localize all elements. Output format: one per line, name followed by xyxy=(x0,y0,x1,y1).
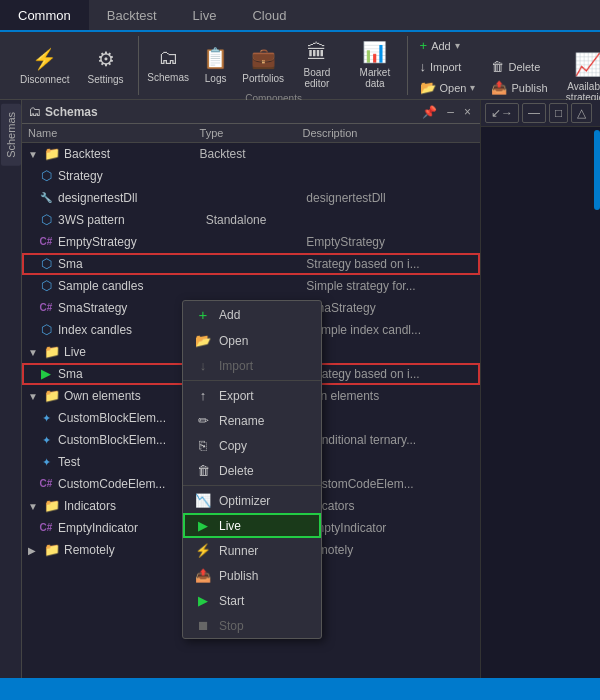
add-label: Add xyxy=(431,40,451,52)
test-label: Test xyxy=(58,455,80,469)
tree-row-emptystrategy[interactable]: C# EmptyStrategy EmptyStrategy xyxy=(22,231,480,253)
ctx-copy-item[interactable]: ⎘ Copy xyxy=(183,433,321,458)
ctx-runner-label: Runner xyxy=(219,544,258,558)
settings-button[interactable]: ⚙ Settings xyxy=(79,43,131,89)
ctx-delete-item[interactable]: 🗑 Delete xyxy=(183,458,321,483)
smastrategy-label: SmaStrategy xyxy=(58,301,127,315)
play-icon: ▶ xyxy=(38,366,54,382)
ctx-separator-2 xyxy=(183,485,321,486)
expand-indicators-icon: ▼ xyxy=(28,501,38,512)
expand-remotely-icon: ▶ xyxy=(28,545,38,556)
canvas-scrollbar-thumb[interactable] xyxy=(594,130,600,210)
panel-minimize-button[interactable]: – xyxy=(444,105,457,119)
market-data-button[interactable]: 📊 Market data xyxy=(347,36,402,93)
ctx-live-item[interactable]: ▶ Live xyxy=(183,513,321,538)
ctx-publish-item[interactable]: 📤 Publish xyxy=(183,563,321,588)
canvas-tool-rect[interactable]: □ xyxy=(549,103,568,123)
strategy-icon: ⬡ xyxy=(38,168,54,184)
logs-button[interactable]: 📋 Logs xyxy=(194,42,238,88)
context-menu: + Add 📂 Open ↓ Import ↑ Export ✏ Rename … xyxy=(182,300,322,639)
sma-label: Sma xyxy=(58,257,83,271)
designertestdll-label: designertestDll xyxy=(58,191,137,205)
main-area: Schemas 🗂 Schemas 📌 – × Name Type Descri… xyxy=(0,100,600,678)
ctx-start-item[interactable]: ▶ Start xyxy=(183,588,321,613)
panel-titlebar: 🗂 Schemas 📌 – × xyxy=(22,100,480,124)
available-strategies-icon: 📈 xyxy=(574,52,600,78)
settings-label: Settings xyxy=(87,74,123,85)
ctx-import-item: ↓ Import xyxy=(183,353,321,378)
ctx-open-label: Open xyxy=(219,334,248,348)
tab-live[interactable]: Live xyxy=(175,0,235,30)
ctx-live-icon: ▶ xyxy=(195,518,211,533)
toolbar: ⚡ Disconnect ⚙ Settings 🗂 Schemas 📋 Logs… xyxy=(0,32,600,100)
open-arrow-icon: ▾ xyxy=(470,82,475,93)
sma-icon: ⬡ xyxy=(38,256,54,272)
publish-label: Publish xyxy=(511,82,547,94)
ctx-open-item[interactable]: 📂 Open xyxy=(183,328,321,353)
ctx-rename-item[interactable]: ✏ Rename xyxy=(183,408,321,433)
indicators-folder-icon: 📁 xyxy=(44,498,60,514)
open-label: Open xyxy=(440,82,467,94)
strategies-small-buttons2: 🗑 Delete 📤 Publish xyxy=(485,57,553,97)
ctx-export-item[interactable]: ↑ Export xyxy=(183,383,321,408)
index-candles-icon: ⬡ xyxy=(38,322,54,338)
indicators-label: Indicators xyxy=(64,499,116,513)
toolbar-group-components: 🗂 Schemas 📋 Logs 💼 Portfolios 🏛 Board ed… xyxy=(141,36,408,95)
ctx-stop-item: ⏹ Stop xyxy=(183,613,321,638)
portfolios-button[interactable]: 💼 Portfolios xyxy=(240,42,287,88)
panel-close-button[interactable]: × xyxy=(461,105,474,119)
panel-pin-button[interactable]: 📌 xyxy=(419,105,440,119)
import-button[interactable]: ↓ Import xyxy=(414,57,482,76)
board-editor-label: Board editor xyxy=(297,67,338,89)
canvas-tool-line[interactable]: — xyxy=(522,103,546,123)
tree-row-designertestdll[interactable]: 🔧 designertestDll designertestDll xyxy=(22,187,480,209)
panel-title: Schemas xyxy=(45,105,415,119)
schemas-button[interactable]: 🗂 Schemas xyxy=(145,42,192,87)
board-editor-button[interactable]: 🏛 Board editor xyxy=(289,37,346,93)
canvas-tool-triangle[interactable]: △ xyxy=(571,103,592,123)
publish-button[interactable]: 📤 Publish xyxy=(485,78,553,97)
ctx-delete-icon: 🗑 xyxy=(195,463,211,478)
components-buttons: 🗂 Schemas 📋 Logs 💼 Portfolios 🏛 Board ed… xyxy=(145,36,403,93)
import-label: Import xyxy=(430,61,461,73)
logs-label: Logs xyxy=(205,73,227,84)
tree-row-sample-candles[interactable]: ⬡ Sample candles Simple strategy for... xyxy=(22,275,480,297)
tree-row-sma[interactable]: ⬡ Sma Strategy based on i... xyxy=(22,253,480,275)
test-icon: ✦ xyxy=(38,454,54,470)
market-data-label: Market data xyxy=(355,67,394,89)
tree-row-3ws[interactable]: ⬡ 3WS pattern Standalone xyxy=(22,209,480,231)
ctx-runner-item[interactable]: ⚡ Runner xyxy=(183,538,321,563)
ctx-publish-label: Publish xyxy=(219,569,258,583)
canvas-tool-arrow[interactable]: ↙→ xyxy=(485,103,519,123)
ctx-export-icon: ↑ xyxy=(195,388,211,403)
disconnect-button[interactable]: ⚡ Disconnect xyxy=(12,43,77,89)
ctx-optimizer-item[interactable]: 📉 Optimizer xyxy=(183,488,321,513)
available-strategies-button[interactable]: 📈 Available strategies xyxy=(558,48,600,106)
sma-live-label: Sma xyxy=(58,367,83,381)
live-folder-icon: 📁 xyxy=(44,344,60,360)
tab-cloud[interactable]: Cloud xyxy=(234,0,304,30)
tab-backtest[interactable]: Backtest xyxy=(89,0,175,30)
ctx-add-item[interactable]: + Add xyxy=(183,301,321,328)
delete-button[interactable]: 🗑 Delete xyxy=(485,57,553,76)
remotely-label: Remotely xyxy=(64,543,115,557)
status-bar xyxy=(0,678,600,700)
blocks-icon-2: ✦ xyxy=(38,432,54,448)
add-button[interactable]: + Add ▾ xyxy=(414,36,482,55)
ctx-export-label: Export xyxy=(219,389,254,403)
import-icon: ↓ xyxy=(420,59,427,74)
ctx-stop-label: Stop xyxy=(219,619,244,633)
tree-row-strategy[interactable]: ⬡ Strategy xyxy=(22,165,480,187)
sidebar-tab-schemas[interactable]: Schemas xyxy=(1,104,21,166)
settings-icon: ⚙ xyxy=(97,47,115,71)
backtest-type: Backtest xyxy=(200,147,303,161)
sidebar-strip: Schemas xyxy=(0,100,22,678)
open-button[interactable]: 📂 Open ▾ xyxy=(414,78,482,97)
tree-row-backtest[interactable]: ▼ 📁 Backtest Backtest xyxy=(22,143,480,165)
blocks-icon-1: ✦ xyxy=(38,410,54,426)
sample-candles-label: Sample candles xyxy=(58,279,143,293)
own-folder-icon: 📁 xyxy=(44,388,60,404)
ctx-publish-icon: 📤 xyxy=(195,568,211,583)
tab-common[interactable]: Common xyxy=(0,0,89,30)
toolbar-group-strategies: + Add ▾ ↓ Import 📂 Open ▾ ↑ Export xyxy=(410,36,600,95)
